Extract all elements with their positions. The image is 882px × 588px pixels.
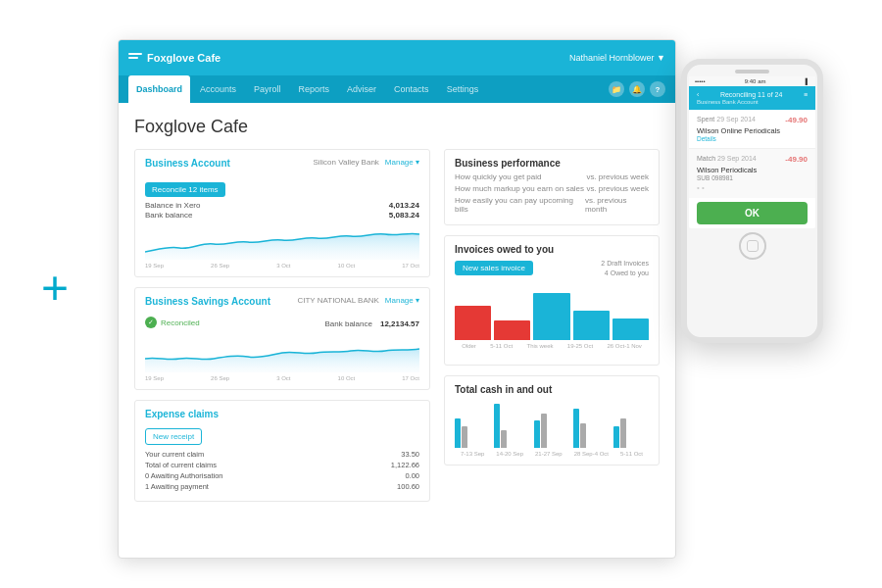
nav-user[interactable]: Nathaniel Hornblower ▼ (569, 53, 665, 63)
perf-item-1[interactable]: How much markup you earn on sales vs. pr… (455, 184, 649, 193)
notifications-icon[interactable]: 🔔 (629, 81, 645, 97)
invoices-title: Invoices owed to you (455, 244, 649, 255)
nav-bar: Foxglove Cafe Nathaniel Hornblower ▼ (119, 40, 675, 75)
cash-in-2 (534, 420, 540, 448)
expense-row-0: Your current claim 33.50 (145, 450, 419, 459)
nav-logo: Foxglove Cafe (128, 52, 569, 64)
bar-labels: Older5-11 OctThis week19-25 Oct26 Oct-1 … (455, 343, 649, 349)
savings-manage-button[interactable]: Manage ▾ (385, 296, 419, 305)
balance-xero-value: 4,013.24 (389, 201, 419, 210)
expense-value-0: 33.50 (401, 450, 419, 459)
phone-match-label: Match 29 Sep 2014 (697, 155, 757, 164)
savings-card-header: Business Savings Account CITY NATIONAL B… (145, 296, 419, 313)
tab-adviser[interactable]: Adviser (339, 75, 384, 103)
business-performance-card: Business performance How quickly you get… (444, 149, 660, 225)
balance-xero-row: Balance in Xero 4,013.24 (145, 201, 419, 210)
bar-2 (533, 293, 569, 340)
bank-balance-value: 5,083.24 (389, 211, 419, 220)
business-performance-title: Business performance (455, 158, 649, 169)
phone-header-title: Reconciling 11 of 24 (720, 91, 782, 98)
expense-row-1: Total of current claims 1,122.66 (145, 461, 419, 469)
cash-bar-chart (455, 399, 649, 448)
perf-item-0[interactable]: How quickly you get paid vs. previous we… (455, 172, 649, 181)
new-invoice-button[interactable]: New sales invoice (455, 261, 533, 275)
tab-accounts[interactable]: Accounts (192, 75, 244, 103)
bar-3 (573, 311, 610, 340)
phone-mockup: ••••• 9:40 am ▌ ‹ Reconciling 11 of 24 ≡… (681, 59, 823, 343)
tab-reports[interactable]: Reports (291, 75, 338, 103)
perf-label-0: How quickly you get paid (455, 172, 542, 181)
cash-group-3 (573, 409, 609, 448)
phone-screen: ••••• 9:40 am ▌ ‹ Reconciling 11 of 24 ≡… (689, 76, 815, 228)
tab-settings[interactable]: Settings (439, 75, 487, 103)
phone-menu-icon[interactable]: ≡ (804, 91, 808, 98)
expense-label-3: 1 Awaiting payment (145, 482, 209, 491)
app-title: Foxglove Cafe (147, 52, 220, 64)
dashboard-mockup: Foxglove Cafe Nathaniel Hornblower ▼ Das… (118, 39, 676, 559)
cash-flow-card: Total cash in and out (444, 375, 660, 466)
ok-button[interactable]: OK (697, 202, 808, 224)
reconciled-label: Reconciled (161, 318, 200, 327)
invoices-card: Invoices owed to you New sales invoice 2… (444, 235, 660, 366)
phone-spent-detail[interactable]: Details (697, 135, 808, 142)
phone-back-icon[interactable]: ‹ (697, 91, 699, 98)
cash-flow-title: Total cash in and out (455, 384, 649, 395)
help-icon[interactable]: ? (650, 81, 665, 97)
phone-match-dots: • • (697, 183, 808, 192)
cash-in-4 (613, 426, 619, 448)
cash-group-0 (455, 418, 490, 448)
tab-payroll[interactable]: Payroll (246, 75, 289, 103)
savings-balance-value: 12,2134.57 (380, 319, 419, 328)
nav-icons: 📁 🔔 ? (609, 75, 665, 103)
expense-value-1: 1,122.66 (391, 461, 419, 469)
manage-button[interactable]: Manage ▾ (385, 158, 419, 167)
balance-xero-label: Balance in Xero (145, 201, 200, 210)
expense-value-3: 100.60 (397, 482, 419, 491)
invoices-bar-chart (455, 286, 649, 340)
business-account-title: Business Account (145, 158, 230, 169)
phone-spent-item: Spent 29 Sep 2014 -49.90 Wilson Online P… (689, 110, 815, 149)
cash-in-0 (455, 418, 461, 448)
expense-value-2: 0.00 (405, 471, 419, 480)
phone-spent-header: Spent 29 Sep 2014 -49.90 (697, 116, 808, 124)
business-account-card: Business Account Silicon Valley Bank Man… (134, 149, 430, 277)
reconcile-button[interactable]: Reconcile 12 items (145, 182, 225, 197)
perf-vs-2: vs. previous month (585, 196, 649, 214)
bank-balance-row: Bank balance 5,083.24 (145, 211, 419, 220)
expense-label-2: 0 Awaiting Authorisation (145, 471, 223, 480)
cash-group-4 (613, 418, 649, 448)
business-savings-card: Business Savings Account CITY NATIONAL B… (134, 287, 430, 390)
right-column: Business performance How quickly you get… (444, 149, 660, 545)
savings-bank-name: CITY NATIONAL BANK (297, 296, 378, 305)
cash-out-2 (541, 414, 547, 448)
plus-icon: + (41, 265, 69, 312)
phone-header-row: ‹ Reconciling 11 of 24 ≡ (697, 91, 808, 98)
phone-time: 9:40 am (745, 78, 766, 84)
phone-sub: Business Bank Account (697, 99, 808, 105)
card-header: Business Account Silicon Valley Bank Man… (145, 158, 419, 174)
dashboard-content: Foxglove Cafe Business Account Silicon V… (119, 103, 675, 558)
page-title: Foxglove Cafe (134, 117, 660, 137)
perf-vs-1: vs. previous week (586, 184, 649, 193)
phone-match-ref: SUB 098981 (697, 174, 808, 181)
draft-info: 2 Draft Invoices4 Owed to you (601, 259, 649, 278)
phone-spent-amount: -49.90 (785, 116, 808, 124)
left-column: Business Account Silicon Valley Bank Man… (134, 149, 430, 545)
expense-claims-title: Expense claims (145, 409, 419, 419)
bank-name: Silicon Valley Bank (313, 158, 378, 167)
tab-dashboard[interactable]: Dashboard (128, 75, 190, 103)
tab-contacts[interactable]: Contacts (386, 75, 437, 103)
perf-item-2[interactable]: How easily you can pay upcoming bills vs… (455, 196, 649, 214)
nav-tabs: Dashboard Accounts Payroll Reports Advis… (119, 75, 675, 103)
two-col-layout: Business Account Silicon Valley Bank Man… (134, 149, 660, 545)
new-receipt-button[interactable]: New receipt (145, 428, 202, 445)
savings-dates: 19 Sep26 Sep3 Oct10 Oct17 Oct (145, 375, 419, 381)
phone-match-company: Wilson Periodicals (697, 166, 808, 174)
savings-balance-row: Bank balance 12,2134.57 (324, 319, 419, 328)
cash-in-3 (573, 409, 579, 448)
phone-battery: ▌ (806, 78, 809, 84)
savings-balance-label: Bank balance (324, 319, 371, 328)
files-icon[interactable]: 📁 (609, 81, 624, 97)
cash-out-1 (501, 430, 507, 448)
phone-home-button[interactable] (739, 232, 766, 260)
